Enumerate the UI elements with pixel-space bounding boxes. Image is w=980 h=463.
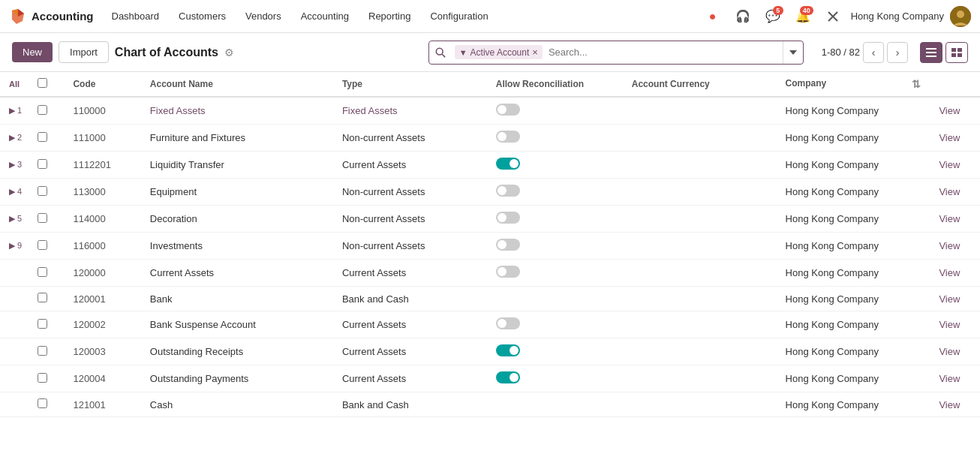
company-name[interactable]: Hong Kong Company: [851, 11, 944, 22]
red-circle-button[interactable]: ●: [701, 5, 725, 29]
account-name[interactable]: Bank: [141, 287, 333, 311]
row-checkbox[interactable]: [38, 213, 47, 223]
account-name[interactable]: Fixed Assets: [141, 97, 333, 125]
all-button[interactable]: All: [9, 80, 20, 89]
expand-icon[interactable]: ▶ 5: [9, 214, 22, 223]
nav-vendors[interactable]: Vendors: [236, 6, 290, 26]
expand-icon[interactable]: ▶ 4: [9, 187, 22, 196]
account-name[interactable]: Current Assets: [141, 260, 333, 287]
reconciliation-toggle[interactable]: [487, 338, 623, 365]
toggle-switch[interactable]: [496, 371, 520, 383]
search-input[interactable]: [546, 44, 783, 61]
view-link[interactable]: View: [939, 319, 960, 330]
view-link-cell[interactable]: View: [930, 260, 980, 287]
toggle-switch[interactable]: [496, 104, 520, 116]
row-checkbox[interactable]: [38, 293, 47, 302]
user-avatar[interactable]: [950, 6, 971, 27]
column-filter-icon[interactable]: ⇅: [912, 78, 921, 90]
view-link[interactable]: View: [939, 159, 960, 170]
header-select-all[interactable]: All: [0, 72, 29, 97]
view-link[interactable]: View: [939, 213, 960, 224]
new-button[interactable]: New: [12, 42, 53, 62]
toggle-switch[interactable]: [496, 344, 520, 356]
next-page-button[interactable]: ›: [887, 42, 908, 63]
view-link[interactable]: View: [939, 105, 960, 116]
reconciliation-toggle[interactable]: [487, 365, 623, 392]
expand-icon[interactable]: ▶ 9: [9, 241, 22, 250]
view-link[interactable]: View: [939, 373, 960, 384]
app-logo[interactable]: Accounting: [9, 8, 94, 26]
row-checkbox[interactable]: [38, 319, 47, 329]
view-link-cell[interactable]: View: [930, 206, 980, 233]
reconciliation-toggle[interactable]: [487, 97, 623, 125]
account-name[interactable]: Investments: [141, 233, 333, 260]
view-link-cell[interactable]: View: [930, 179, 980, 206]
account-name[interactable]: Equipment: [141, 179, 333, 206]
prev-page-button[interactable]: ‹: [863, 42, 884, 63]
filter-remove-button[interactable]: ×: [532, 47, 538, 58]
view-link-cell[interactable]: View: [930, 338, 980, 365]
search-button[interactable]: [429, 41, 452, 64]
list-view-button[interactable]: [920, 42, 942, 63]
row-checkbox[interactable]: [38, 159, 47, 169]
toggle-switch[interactable]: [496, 158, 520, 170]
view-link-cell[interactable]: View: [930, 233, 980, 260]
toggle-switch[interactable]: [496, 317, 520, 329]
view-link[interactable]: View: [939, 399, 960, 410]
expand-icon[interactable]: ▶ 1: [9, 106, 22, 115]
reconciliation-toggle[interactable]: [487, 179, 623, 206]
account-name[interactable]: Furniture and Fixtures: [141, 125, 333, 152]
reconciliation-toggle[interactable]: [487, 311, 623, 338]
row-checkbox[interactable]: [38, 240, 47, 250]
nav-reporting[interactable]: Reporting: [359, 6, 419, 26]
import-button[interactable]: Import: [59, 41, 109, 63]
account-name[interactable]: Liquidity Transfer: [141, 152, 333, 179]
account-name[interactable]: Cash: [141, 392, 333, 417]
view-link[interactable]: View: [939, 293, 960, 305]
view-link[interactable]: View: [939, 186, 960, 197]
view-link[interactable]: View: [939, 240, 960, 251]
view-link[interactable]: View: [939, 267, 960, 278]
row-checkbox[interactable]: [38, 105, 47, 115]
support-button[interactable]: [821, 5, 845, 29]
view-link-cell[interactable]: View: [930, 392, 980, 417]
view-link-cell[interactable]: View: [930, 125, 980, 152]
reconciliation-toggle[interactable]: [487, 125, 623, 152]
settings-icon[interactable]: ⚙: [224, 47, 234, 59]
account-name[interactable]: Outstanding Receipts: [141, 338, 333, 365]
reconciliation-toggle[interactable]: [487, 233, 623, 260]
header-checkbox[interactable]: [29, 72, 64, 97]
toggle-switch[interactable]: [496, 212, 520, 224]
reconciliation-toggle[interactable]: [487, 152, 623, 179]
nav-dashboard[interactable]: Dashboard: [103, 6, 169, 26]
row-checkbox[interactable]: [38, 267, 47, 277]
row-checkbox[interactable]: [38, 373, 47, 383]
account-name[interactable]: Bank Suspense Account: [141, 311, 333, 338]
kanban-view-button[interactable]: [945, 42, 968, 63]
account-name[interactable]: Decoration: [141, 206, 333, 233]
toggle-switch[interactable]: [496, 239, 520, 251]
chat-button[interactable]: 💬 5: [761, 5, 785, 29]
view-link-cell[interactable]: View: [930, 365, 980, 392]
bell-button[interactable]: 🔔 40: [791, 5, 815, 29]
view-link[interactable]: View: [939, 132, 960, 143]
toggle-switch[interactable]: [496, 131, 520, 143]
headset-button[interactable]: 🎧: [731, 5, 755, 29]
view-link-cell[interactable]: View: [930, 287, 980, 311]
view-link-cell[interactable]: View: [930, 152, 980, 179]
view-link-cell[interactable]: View: [930, 311, 980, 338]
reconciliation-toggle[interactable]: [487, 206, 623, 233]
view-link-cell[interactable]: View: [930, 97, 980, 125]
account-name[interactable]: Outstanding Payments: [141, 365, 333, 392]
toggle-switch[interactable]: [496, 266, 520, 278]
row-checkbox[interactable]: [38, 186, 47, 196]
expand-icon[interactable]: ▶ 2: [9, 133, 22, 142]
search-dropdown-button[interactable]: [783, 41, 803, 64]
select-all-checkbox[interactable]: [38, 78, 47, 88]
nav-configuration[interactable]: Configuration: [421, 6, 497, 26]
view-link[interactable]: View: [939, 346, 960, 357]
expand-icon[interactable]: ▶ 3: [9, 160, 22, 169]
reconciliation-toggle[interactable]: [487, 260, 623, 287]
row-checkbox[interactable]: [38, 346, 47, 356]
nav-customers[interactable]: Customers: [170, 6, 235, 26]
